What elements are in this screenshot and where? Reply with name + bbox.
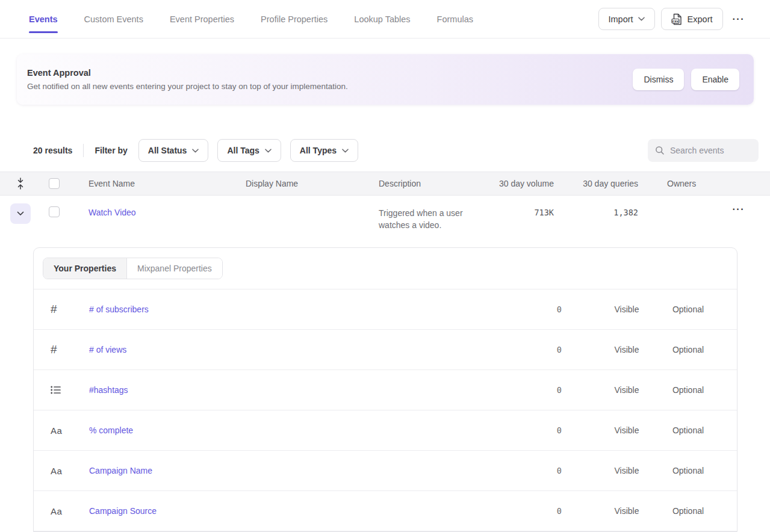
- property-row: # # of subscribers 0 Visible Optional: [34, 289, 737, 330]
- event-name-link[interactable]: Watch Video: [88, 196, 246, 217]
- chevron-down-icon: [17, 211, 24, 216]
- number-type-icon: #: [51, 303, 89, 316]
- property-visibility: Visible: [604, 305, 649, 314]
- properties-panel: Your Properties Mixpanel Properties # # …: [33, 247, 737, 532]
- chevron-down-icon: [265, 149, 272, 153]
- event-table-header: Event Name Display Name Description 30 d…: [0, 172, 770, 196]
- list-type-icon: [51, 386, 89, 394]
- chevron-down-icon: [192, 149, 199, 153]
- property-name-link[interactable]: % complete: [89, 425, 501, 435]
- tags-filter-dropdown[interactable]: All Tags: [217, 139, 281, 162]
- search-icon: [655, 146, 665, 155]
- status-filter-label: All Status: [148, 146, 187, 155]
- column-event-name: Event Name: [88, 179, 246, 188]
- results-count: 20 results: [33, 146, 72, 155]
- property-name-link[interactable]: # of views: [89, 345, 501, 354]
- property-queries-value: 0: [501, 385, 562, 395]
- property-visibility: Visible: [604, 385, 649, 395]
- column-30-day-queries: 30 day queries: [554, 179, 638, 188]
- property-visibility: Visible: [604, 506, 649, 516]
- column-30-day-volume: 30 day volume: [494, 179, 554, 188]
- status-filter-dropdown[interactable]: All Status: [138, 139, 209, 162]
- divider: [83, 144, 84, 157]
- property-name-link[interactable]: #hashtags: [89, 385, 501, 395]
- event-30-day-volume: 713K: [494, 196, 554, 217]
- banner-actions: Dismiss Enable: [633, 69, 739, 90]
- property-name-link[interactable]: # of subscribers: [89, 305, 501, 314]
- banner-text: Event Approval Get notified on all new e…: [27, 68, 348, 91]
- property-requirement: Optional: [649, 466, 727, 475]
- tab-custom-events[interactable]: Custom Events: [84, 0, 143, 38]
- tab-formulas[interactable]: Formulas: [437, 0, 473, 38]
- property-visibility: Visible: [604, 425, 649, 435]
- collapse-all-icon[interactable]: [16, 177, 25, 190]
- import-button[interactable]: Import: [598, 8, 655, 30]
- select-all-checkbox[interactable]: [49, 178, 60, 189]
- property-queries-value: 0: [501, 345, 562, 354]
- property-row: #hashtags 0 Visible Optional: [34, 370, 737, 410]
- text-type-icon: Aa: [51, 506, 89, 516]
- collapse-row-button[interactable]: [10, 203, 31, 224]
- text-type-icon: Aa: [51, 425, 89, 436]
- number-type-icon: #: [51, 343, 89, 356]
- types-filter-label: All Types: [300, 146, 337, 155]
- property-row: # # of views 0 Visible Optional: [34, 330, 737, 370]
- tags-filter-label: All Tags: [227, 146, 259, 155]
- property-requirement: Optional: [649, 506, 727, 516]
- nav-tabs: Events Custom Events Event Properties Pr…: [29, 0, 473, 38]
- tab-mixpanel-properties[interactable]: Mixpanel Properties: [127, 258, 222, 279]
- tab-your-properties[interactable]: Your Properties: [43, 258, 127, 279]
- tab-event-properties[interactable]: Event Properties: [170, 0, 234, 38]
- property-queries-value: 0: [501, 466, 562, 475]
- chevron-down-icon: [342, 149, 349, 153]
- property-row: Aa Campaign Source 0 Visible Optional: [34, 491, 737, 531]
- property-requirement: Optional: [649, 305, 727, 314]
- types-filter-dropdown[interactable]: All Types: [290, 139, 358, 162]
- tab-events[interactable]: Events: [29, 0, 58, 38]
- nav-more-menu-button[interactable]: ···: [729, 14, 748, 25]
- banner-description: Get notified on all new events entering …: [27, 82, 348, 91]
- property-name-link[interactable]: Campaign Source: [89, 506, 501, 516]
- export-button[interactable]: csv Export: [661, 8, 723, 30]
- search-input[interactable]: [670, 146, 751, 155]
- tab-profile-properties[interactable]: Profile Properties: [261, 0, 328, 38]
- export-button-label: Export: [688, 14, 713, 24]
- tab-lookup-tables[interactable]: Lookup Tables: [354, 0, 410, 38]
- event-approval-banner: Event Approval Get notified on all new e…: [17, 54, 754, 105]
- banner-title: Event Approval: [27, 68, 348, 78]
- properties-panel-header: Your Properties Mixpanel Properties: [34, 248, 737, 289]
- svg-text:csv: csv: [672, 19, 678, 22]
- column-display-name: Display Name: [246, 179, 379, 188]
- property-queries-value: 0: [501, 506, 562, 516]
- lexicon-events-page: Events Custom Events Event Properties Pr…: [0, 0, 770, 532]
- filter-by-label: Filter by: [95, 146, 127, 155]
- filter-bar: 20 results Filter by All Status All Tags…: [33, 139, 759, 162]
- event-row-watch-video: Watch Video Triggered when a user watche…: [0, 196, 770, 240]
- search-box[interactable]: [648, 139, 759, 162]
- event-30-day-queries: 1,382: [554, 196, 638, 217]
- top-nav: Events Custom Events Event Properties Pr…: [0, 0, 770, 39]
- event-description: Triggered when a user watches a video.: [379, 196, 494, 231]
- property-row: Aa % complete 0 Visible Optional: [34, 410, 737, 451]
- property-requirement: Optional: [649, 425, 727, 435]
- nav-actions: Import csv Export ···: [598, 8, 749, 30]
- import-button-label: Import: [609, 14, 633, 24]
- properties-tabs: Your Properties Mixpanel Properties: [43, 258, 223, 279]
- property-name-link[interactable]: Campaign Name: [89, 466, 501, 475]
- property-requirement: Optional: [649, 345, 727, 354]
- dismiss-button[interactable]: Dismiss: [633, 69, 684, 90]
- row-checkbox[interactable]: [49, 206, 60, 217]
- enable-button[interactable]: Enable: [691, 69, 739, 90]
- property-requirement: Optional: [649, 385, 727, 395]
- property-row: Aa Campaign Name 0 Visible Optional: [34, 451, 737, 491]
- property-queries-value: 0: [501, 425, 562, 435]
- text-type-icon: Aa: [51, 466, 89, 476]
- property-queries-value: 0: [501, 305, 562, 314]
- owners-cell: ···: [638, 196, 770, 215]
- row-more-menu-button[interactable]: ···: [733, 204, 745, 215]
- property-visibility: Visible: [604, 345, 649, 354]
- property-visibility: Visible: [604, 466, 649, 475]
- column-description: Description: [379, 179, 494, 188]
- chevron-down-icon: [638, 17, 645, 21]
- column-owners: Owners: [638, 179, 770, 188]
